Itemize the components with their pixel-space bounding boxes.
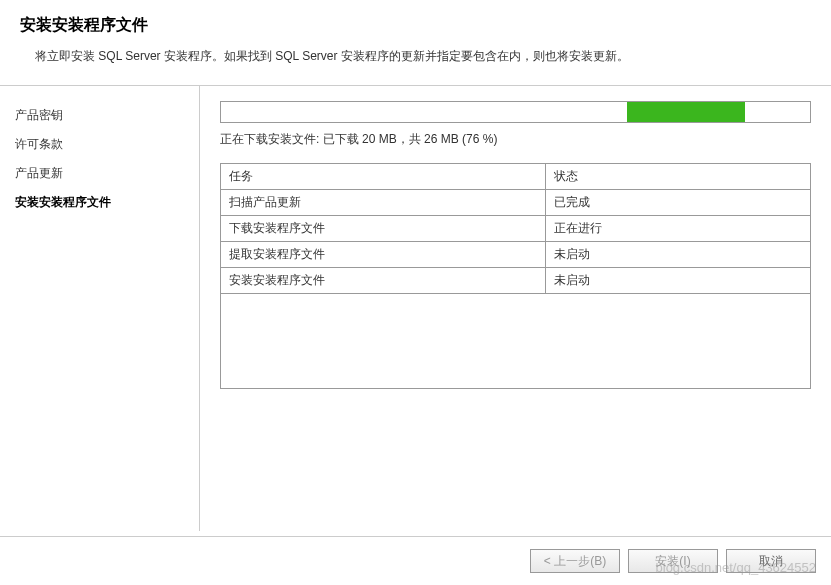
- sidebar-item-install-files[interactable]: 安装安装程序文件: [10, 188, 189, 217]
- sidebar-item-updates[interactable]: 产品更新: [10, 159, 189, 188]
- download-status-text: 正在下载安装文件: 已下载 20 MB，共 26 MB (76 %): [220, 131, 811, 148]
- task-cell: 提取安装程序文件: [221, 242, 546, 268]
- status-cell: 未启动: [545, 268, 811, 294]
- status-cell: 正在进行: [545, 216, 811, 242]
- status-cell: 未启动: [545, 242, 811, 268]
- table-header-row: 任务 状态: [221, 164, 811, 190]
- task-cell: 扫描产品更新: [221, 190, 546, 216]
- table-row: 安装安装程序文件 未启动: [221, 268, 811, 294]
- task-table: 任务 状态 扫描产品更新 已完成 下载安装程序文件 正在进行 提取安装程序文件 …: [220, 163, 811, 294]
- install-button[interactable]: 安装(I): [628, 549, 718, 573]
- progress-bar: [220, 101, 811, 123]
- sidebar: 产品密钥 许可条款 产品更新 安装安装程序文件: [0, 86, 200, 531]
- status-cell: 已完成: [545, 190, 811, 216]
- table-row: 扫描产品更新 已完成: [221, 190, 811, 216]
- page-title: 安装安装程序文件: [20, 15, 811, 36]
- task-cell: 下载安装程序文件: [221, 216, 546, 242]
- table-row: 提取安装程序文件 未启动: [221, 242, 811, 268]
- col-status: 状态: [545, 164, 811, 190]
- sidebar-item-product-key[interactable]: 产品密钥: [10, 101, 189, 130]
- header: 安装安装程序文件 将立即安装 SQL Server 安装程序。如果找到 SQL …: [0, 0, 831, 86]
- page-description: 将立即安装 SQL Server 安装程序。如果找到 SQL Server 安装…: [35, 48, 811, 65]
- sidebar-item-license[interactable]: 许可条款: [10, 130, 189, 159]
- progress-fill: [627, 102, 745, 122]
- table-row: 下载安装程序文件 正在进行: [221, 216, 811, 242]
- task-cell: 安装安装程序文件: [221, 268, 546, 294]
- col-task: 任务: [221, 164, 546, 190]
- body: 产品密钥 许可条款 产品更新 安装安装程序文件 正在下载安装文件: 已下载 20…: [0, 86, 831, 531]
- table-empty-area: [220, 294, 811, 389]
- footer: < 上一步(B) 安装(I) 取消: [0, 536, 831, 585]
- main-panel: 正在下载安装文件: 已下载 20 MB，共 26 MB (76 %) 任务 状态…: [200, 86, 831, 531]
- back-button[interactable]: < 上一步(B): [530, 549, 620, 573]
- cancel-button[interactable]: 取消: [726, 549, 816, 573]
